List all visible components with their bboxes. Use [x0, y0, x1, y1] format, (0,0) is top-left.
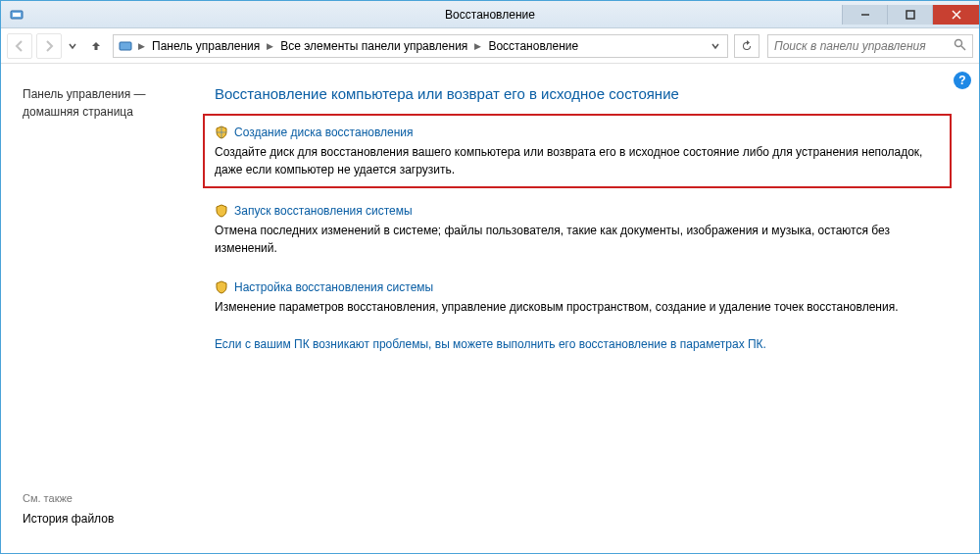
start-system-restore-link[interactable]: Запуск восстановления системы [234, 202, 413, 220]
minimize-button[interactable] [842, 5, 887, 25]
file-history-link[interactable]: История файлов [23, 512, 195, 526]
address-bar[interactable]: ▶ Панель управления ▶ Все элементы панел… [113, 34, 728, 58]
refresh-button[interactable] [734, 34, 760, 58]
close-button[interactable] [932, 5, 979, 25]
shield-icon [215, 280, 228, 294]
configure-system-restore-desc: Изменение параметров восстановления, упр… [215, 298, 940, 316]
back-button[interactable] [7, 33, 32, 59]
sidebar-bottom: См. также История файлов [23, 492, 195, 541]
start-system-restore-desc: Отмена последних изменений в системе; фа… [215, 222, 940, 257]
navbar: ▶ Панель управления ▶ Все элементы панел… [1, 28, 979, 64]
recovery-icon [9, 7, 24, 23]
window-title: Восстановление [445, 8, 535, 22]
content: Панель управления — домашняя страница См… [1, 64, 979, 553]
search-box[interactable] [767, 34, 973, 58]
svg-rect-3 [906, 11, 914, 19]
search-icon [954, 38, 966, 54]
create-recovery-drive-desc: Создайте диск для восстановления вашего … [215, 143, 940, 178]
sidebar-home-link[interactable]: Панель управления — домашняя страница [23, 85, 195, 121]
see-also-label: См. также [23, 492, 195, 504]
shield-icon [215, 126, 228, 139]
history-dropdown[interactable] [66, 33, 79, 59]
pc-settings-recovery-link[interactable]: Если с вашим ПК возникают проблемы, вы м… [215, 337, 940, 351]
sidebar-home-line1: Панель управления — [23, 85, 195, 103]
sidebar: Панель управления — домашняя страница См… [1, 64, 207, 553]
search-input[interactable] [774, 39, 954, 53]
forward-button[interactable] [36, 33, 62, 59]
option-configure-system-restore: Настройка восстановления системы Изменен… [215, 278, 940, 316]
breadcrumb-seg-2[interactable]: Все элементы панели управления [278, 39, 469, 53]
maximize-button[interactable] [887, 5, 932, 25]
create-recovery-drive-link[interactable]: Создание диска восстановления [234, 124, 414, 141]
main-panel: ? Восстановление компьютера или возврат … [207, 64, 979, 553]
sidebar-home-line2: домашняя страница [23, 103, 195, 121]
breadcrumb-separator-icon: ▶ [471, 41, 484, 51]
configure-system-restore-link[interactable]: Настройка восстановления системы [234, 278, 433, 296]
breadcrumb-separator-icon: ▶ [135, 41, 148, 51]
page-heading: Восстановление компьютера или возврат ег… [215, 85, 940, 102]
window-controls [842, 5, 979, 25]
breadcrumb-seg-3[interactable]: Восстановление [486, 39, 580, 53]
titlebar: Восстановление [1, 1, 979, 28]
svg-rect-1 [13, 13, 21, 17]
help-button[interactable]: ? [954, 72, 971, 89]
option-create-recovery-drive: Создание диска восстановления Создайте д… [203, 114, 952, 188]
up-button[interactable] [83, 33, 109, 59]
svg-point-7 [956, 39, 962, 46]
shield-icon [215, 204, 228, 218]
control-panel-icon [118, 38, 133, 54]
svg-line-8 [961, 46, 965, 50]
breadcrumb-separator-icon: ▶ [264, 41, 276, 51]
option-start-system-restore: Запуск восстановления системы Отмена пос… [215, 202, 940, 257]
address-dropdown-icon[interactable] [708, 39, 723, 53]
breadcrumb-seg-1[interactable]: Панель управления [150, 39, 262, 53]
svg-rect-6 [120, 42, 131, 50]
